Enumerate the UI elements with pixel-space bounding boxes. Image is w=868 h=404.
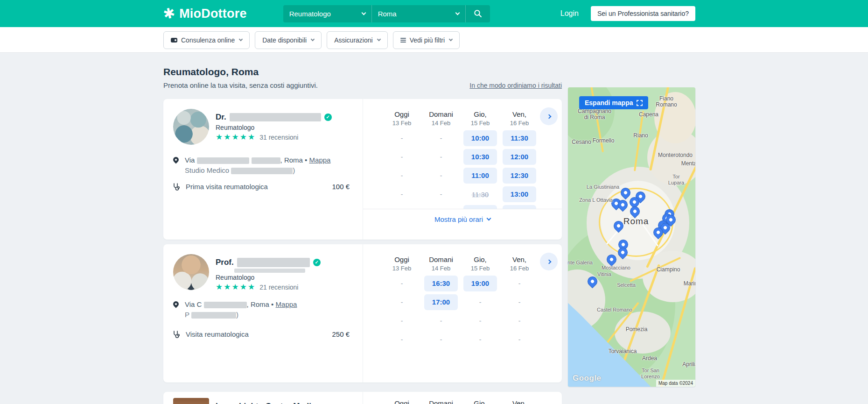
availability-calendar: Oggi13 FebDomani14 FebGio,15 FebVen,16 F… bbox=[363, 244, 562, 383]
reviews-count[interactable]: 31 recensioni bbox=[259, 134, 298, 141]
chevron-down-icon bbox=[487, 216, 491, 221]
doctor-address: Via C , Roma • Mappa bbox=[185, 299, 297, 310]
service-price: 250 € bbox=[332, 330, 350, 338]
online-consultation-icon bbox=[171, 38, 177, 43]
calendar-day-header: Domani14 Feb bbox=[421, 255, 461, 272]
filters-icon bbox=[400, 38, 406, 43]
time-slot-label[interactable]: 13:00 bbox=[503, 186, 536, 202]
slot-empty: - bbox=[382, 149, 421, 165]
search-bar: Reumatologo Roma bbox=[283, 5, 490, 22]
time-slot-label[interactable]: 19:00 bbox=[463, 276, 497, 291]
time-slot[interactable]: 10:30 bbox=[461, 149, 500, 165]
time-slot[interactable]: 11:30 bbox=[500, 130, 539, 146]
doctor-name[interactable]: Dr. bbox=[216, 113, 332, 122]
map-place-label: Fiano Romano bbox=[652, 96, 681, 108]
brand-logo[interactable]: ✱ MioDottore bbox=[163, 7, 247, 21]
map-pin-icon[interactable] bbox=[616, 246, 630, 260]
service-price: 100 € bbox=[332, 183, 350, 191]
login-link[interactable]: Login bbox=[560, 9, 579, 18]
map-pin-icon[interactable] bbox=[628, 205, 642, 219]
map-place-label: Riano bbox=[633, 133, 648, 139]
map-pin-icon[interactable] bbox=[612, 219, 626, 233]
map-place-label: Vitinia bbox=[597, 271, 611, 277]
map-column: Fiano RomanoCampagnano di RomaCapenaCesa… bbox=[568, 53, 695, 404]
doctor-avatar[interactable] bbox=[173, 254, 209, 290]
calendar-day-header: Oggi13 Feb bbox=[382, 255, 421, 272]
map-place-label: Marino bbox=[684, 281, 695, 287]
specialty-select[interactable]: Reumatologo bbox=[283, 5, 372, 22]
map-pin-icon[interactable] bbox=[619, 186, 633, 200]
professional-signup-button[interactable]: Sei un Professionista sanitario? bbox=[591, 6, 695, 21]
time-slot[interactable]: 16:30 bbox=[421, 276, 461, 291]
clinic-name[interactable]: Laser Light - Centro Medico bbox=[216, 402, 321, 404]
filter-insurance[interactable]: Assicurazioni bbox=[327, 31, 387, 49]
doctor-avatar[interactable] bbox=[173, 109, 209, 145]
slot-empty: - bbox=[500, 294, 539, 310]
map-link[interactable]: Mappa bbox=[276, 300, 297, 308]
chevron-down-icon bbox=[455, 10, 460, 15]
location-select[interactable]: Roma bbox=[372, 5, 466, 22]
time-slot[interactable]: 11:00 bbox=[461, 168, 500, 184]
time-slot-label[interactable]: 10:30 bbox=[463, 149, 497, 165]
calendar-day-header: Ven,16 Feb bbox=[500, 399, 539, 404]
location-pin-icon bbox=[172, 156, 180, 164]
google-logo: Google bbox=[573, 374, 602, 383]
clinic-avatar[interactable] bbox=[173, 398, 209, 404]
slot-empty: - bbox=[382, 313, 421, 329]
time-slot-label[interactable]: 12:30 bbox=[503, 168, 536, 184]
doctor-address-line2: Studio Medico ) bbox=[185, 165, 330, 176]
map-place-label: Tor San Lorenzo bbox=[641, 368, 660, 380]
time-slot[interactable]: 12:00 bbox=[500, 149, 539, 165]
filter-more[interactable]: Vedi più filtri bbox=[393, 31, 460, 49]
availability-calendar: Oggi13 FebDomani14 FebGio,15 FebVen,16 F… bbox=[363, 392, 562, 404]
time-slot-label[interactable]: 16:30 bbox=[424, 276, 458, 291]
show-more-times-button[interactable]: Mostra più orari bbox=[434, 215, 490, 223]
map-link[interactable]: Mappa bbox=[309, 156, 331, 164]
time-slot-label[interactable]: 11:00 bbox=[463, 168, 497, 184]
sort-info-link[interactable]: In che modo ordiniamo i risultati bbox=[469, 82, 562, 89]
doctor-name[interactable]: Prof. bbox=[216, 258, 321, 267]
expand-map-button[interactable]: Espandi mappa bbox=[579, 96, 648, 109]
map-place-label: Roma bbox=[623, 218, 649, 224]
filter-available-dates[interactable]: Date disponibili bbox=[255, 31, 322, 49]
search-button[interactable] bbox=[466, 5, 490, 22]
time-slot[interactable]: 17:00 bbox=[421, 294, 461, 310]
time-slot-label[interactable]: 11:30 bbox=[503, 130, 536, 146]
page-title: Reumatologo, Roma bbox=[163, 66, 562, 78]
calendar-next-button[interactable] bbox=[540, 253, 558, 270]
slot-empty: - bbox=[382, 294, 421, 310]
page-subtitle: Prenota online la tua visita, senza cost… bbox=[163, 81, 318, 89]
map-place-label: Capena bbox=[639, 112, 658, 118]
time-slot-label[interactable]: 17:00 bbox=[424, 294, 458, 310]
map-place-label: Pomezia bbox=[626, 326, 648, 333]
doctor-card: Prof. Reumatologo ★★★★★ 21 recensioni bbox=[163, 244, 562, 383]
map-place-label: La Giustiniana bbox=[587, 184, 619, 190]
time-slot-label[interactable]: 12:00 bbox=[503, 149, 536, 165]
redacted-address bbox=[204, 302, 247, 308]
time-slot-unavailable: 11:30 bbox=[461, 186, 500, 202]
slot-empty: - bbox=[500, 276, 539, 291]
slot-empty: - bbox=[461, 332, 500, 347]
reviews-count[interactable]: 21 recensioni bbox=[259, 284, 298, 291]
time-slot[interactable]: 10:00 bbox=[461, 130, 500, 146]
map-panel[interactable]: Fiano RomanoCampagnano di RomaCapenaCesa… bbox=[568, 87, 695, 387]
calendar-day-header: Oggi13 Feb bbox=[382, 399, 421, 404]
map-pin-icon[interactable] bbox=[605, 253, 619, 267]
map-place-label: Zona L Ottavia bbox=[579, 197, 613, 203]
time-slot-label[interactable]: 10:00 bbox=[463, 130, 497, 146]
calendar-next-button[interactable] bbox=[540, 107, 558, 125]
calendar-slots: -16:3019:00--17:00---------- bbox=[363, 276, 562, 347]
location-pin-icon bbox=[172, 300, 180, 308]
time-slot[interactable]: 19:00 bbox=[461, 276, 500, 291]
filter-online-consultation[interactable]: Consulenza online bbox=[163, 31, 250, 49]
map-pin-icon[interactable] bbox=[586, 275, 600, 289]
sea bbox=[568, 87, 695, 387]
time-slot[interactable]: 13:00 bbox=[500, 186, 539, 202]
calendar-day-header: Ven,16 Feb bbox=[500, 110, 539, 127]
slot-partial bbox=[382, 205, 421, 209]
chevron-down-icon bbox=[239, 37, 243, 41]
time-slot[interactable]: 12:30 bbox=[500, 168, 539, 184]
rating-stars: ★★★★★ bbox=[216, 283, 256, 291]
redacted-name bbox=[237, 258, 310, 267]
doctor-address-line2: P ) bbox=[185, 310, 297, 320]
